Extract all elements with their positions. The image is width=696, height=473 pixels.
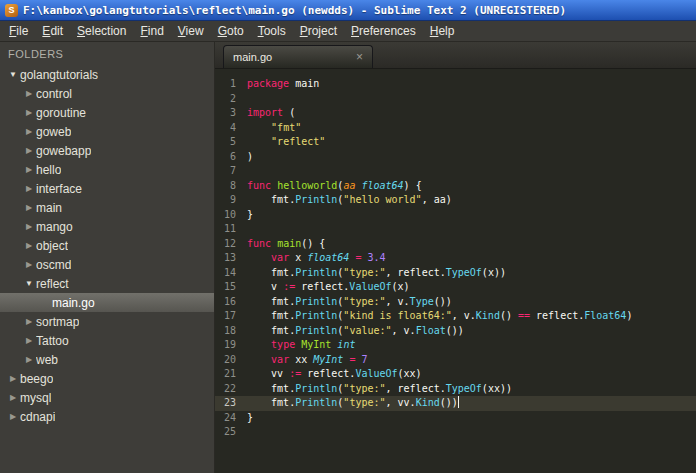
code-line-3[interactable]: 3import ( (215, 106, 696, 121)
tree-folder-cdnapi[interactable]: ▶cdnapi (0, 407, 214, 426)
code-line-25[interactable]: 25 (215, 425, 696, 440)
chevron-collapsed-icon[interactable]: ▶ (6, 412, 20, 421)
chevron-collapsed-icon[interactable]: ▶ (22, 184, 36, 193)
tree-folder-hello[interactable]: ▶hello (0, 160, 214, 179)
chevron-collapsed-icon[interactable]: ▶ (22, 260, 36, 269)
line-number: 24 (215, 411, 247, 426)
menu-item-help[interactable]: Help (423, 22, 462, 40)
tree-folder-sortmap[interactable]: ▶sortmap (0, 312, 214, 331)
chevron-collapsed-icon[interactable]: ▶ (6, 374, 20, 383)
code-line-4[interactable]: 4 "fmt" (215, 121, 696, 136)
chevron-collapsed-icon[interactable]: ▶ (22, 317, 36, 326)
tree-folder-gowebapp[interactable]: ▶gowebapp (0, 141, 214, 160)
line-number: 6 (215, 150, 247, 165)
app-icon: S (5, 4, 18, 17)
code-text: fmt.Println("type:", v.Type()) (247, 295, 696, 310)
tab-main-go[interactable]: main.go × (223, 45, 373, 68)
line-number: 5 (215, 135, 247, 150)
tree-folder-object[interactable]: ▶object (0, 236, 214, 255)
tab-close-icon[interactable]: × (356, 50, 363, 64)
code-line-7[interactable]: 7 (215, 164, 696, 179)
chevron-expanded-icon[interactable]: ▼ (6, 70, 20, 79)
code-text: fmt.Println("value:", v.Float()) (247, 324, 696, 339)
menu-item-tools[interactable]: Tools (251, 22, 293, 40)
code-line-5[interactable]: 5 "reflect" (215, 135, 696, 150)
tree-item-label: goroutine (36, 106, 86, 120)
code-line-17[interactable]: 17 fmt.Println("kind is float64:", v.Kin… (215, 309, 696, 324)
chevron-collapsed-icon[interactable]: ▶ (6, 393, 20, 402)
chevron-collapsed-icon[interactable]: ▶ (22, 355, 36, 364)
code-line-8[interactable]: 8func helloworld(aa float64) { (215, 179, 696, 194)
chevron-collapsed-icon[interactable]: ▶ (22, 146, 36, 155)
tree-item-label: main (36, 201, 62, 215)
tree-folder-reflect[interactable]: ▼reflect (0, 274, 214, 293)
tree-item-label: object (36, 239, 68, 253)
code-text: vv := reflect.ValueOf(xx) (247, 367, 696, 382)
code-line-10[interactable]: 10} (215, 208, 696, 223)
code-line-18[interactable]: 18 fmt.Println("value:", v.Float()) (215, 324, 696, 339)
tree-folder-beego[interactable]: ▶beego (0, 369, 214, 388)
line-number: 23 (215, 396, 247, 411)
code-text: "fmt" (247, 121, 696, 136)
code-line-16[interactable]: 16 fmt.Println("type:", v.Type()) (215, 295, 696, 310)
menu-item-find[interactable]: Find (133, 22, 170, 40)
tree-item-label: sortmap (36, 315, 79, 329)
tree-item-label: gowebapp (36, 144, 91, 158)
tree-folder-interface[interactable]: ▶interface (0, 179, 214, 198)
chevron-collapsed-icon[interactable]: ▶ (22, 203, 36, 212)
code-editor[interactable]: 1package main23import (4 "fmt"5 "reflect… (215, 69, 696, 473)
code-text: var x float64 = 3.4 (247, 251, 696, 266)
code-line-24[interactable]: 24} (215, 411, 696, 426)
code-line-14[interactable]: 14 fmt.Println("type:", reflect.TypeOf(x… (215, 266, 696, 281)
tree-item-label: control (36, 87, 72, 101)
sublime-window: S F:\kanbox\golangtutorials\reflect\main… (0, 0, 696, 473)
code-text: v := reflect.ValueOf(x) (247, 280, 696, 295)
chevron-collapsed-icon[interactable]: ▶ (22, 89, 36, 98)
tree-folder-goweb[interactable]: ▶goweb (0, 122, 214, 141)
tree-folder-web[interactable]: ▶web (0, 350, 214, 369)
menu-item-project[interactable]: Project (293, 22, 344, 40)
tree-folder-main[interactable]: ▶main (0, 198, 214, 217)
tab-label: main.go (233, 51, 272, 63)
line-number: 7 (215, 164, 247, 179)
code-line-15[interactable]: 15 v := reflect.ValueOf(x) (215, 280, 696, 295)
line-number: 9 (215, 193, 247, 208)
code-line-12[interactable]: 12func main() { (215, 237, 696, 252)
line-number: 20 (215, 353, 247, 368)
menu-item-file[interactable]: File (2, 22, 35, 40)
tree-folder-control[interactable]: ▶control (0, 84, 214, 103)
code-text: } (247, 208, 696, 223)
code-line-22[interactable]: 22 fmt.Println("type:", reflect.TypeOf(x… (215, 382, 696, 397)
code-line-13[interactable]: 13 var x float64 = 3.4 (215, 251, 696, 266)
menu-item-edit[interactable]: Edit (35, 22, 70, 40)
tree-folder-mango[interactable]: ▶mango (0, 217, 214, 236)
code-line-21[interactable]: 21 vv := reflect.ValueOf(xx) (215, 367, 696, 382)
chevron-expanded-icon[interactable]: ▼ (22, 279, 36, 288)
code-line-11[interactable]: 11 (215, 222, 696, 237)
tree-folder-mysql[interactable]: ▶mysql (0, 388, 214, 407)
tree-folder-tattoo[interactable]: ▶Tattoo (0, 331, 214, 350)
tree-folder-goroutine[interactable]: ▶goroutine (0, 103, 214, 122)
menu-item-preferences[interactable]: Preferences (344, 22, 423, 40)
chevron-collapsed-icon[interactable]: ▶ (22, 108, 36, 117)
code-line-2[interactable]: 2 (215, 92, 696, 107)
tree-folder-oscmd[interactable]: ▶oscmd (0, 255, 214, 274)
code-line-6[interactable]: 6) (215, 150, 696, 165)
chevron-collapsed-icon[interactable]: ▶ (22, 222, 36, 231)
code-line-23[interactable]: 23 fmt.Println("type:", vv.Kind()) (215, 396, 696, 411)
menu-item-selection[interactable]: Selection (70, 22, 133, 40)
chevron-collapsed-icon[interactable]: ▶ (22, 165, 36, 174)
tree-file-main.go[interactable]: main.go (0, 293, 214, 312)
tree-folder-golangtutorials[interactable]: ▼golangtutorials (0, 65, 214, 84)
chevron-collapsed-icon[interactable]: ▶ (22, 241, 36, 250)
menu-item-goto[interactable]: Goto (211, 22, 251, 40)
chevron-collapsed-icon[interactable]: ▶ (22, 127, 36, 136)
code-line-9[interactable]: 9 fmt.Println("hello world", aa) (215, 193, 696, 208)
chevron-collapsed-icon[interactable]: ▶ (22, 336, 36, 345)
code-line-1[interactable]: 1package main (215, 77, 696, 92)
code-line-20[interactable]: 20 var xx MyInt = 7 (215, 353, 696, 368)
code-text: fmt.Println("type:", reflect.TypeOf(x)) (247, 266, 696, 281)
tree-item-label: web (36, 353, 58, 367)
menu-item-view[interactable]: View (171, 22, 211, 40)
code-line-19[interactable]: 19 type MyInt int (215, 338, 696, 353)
